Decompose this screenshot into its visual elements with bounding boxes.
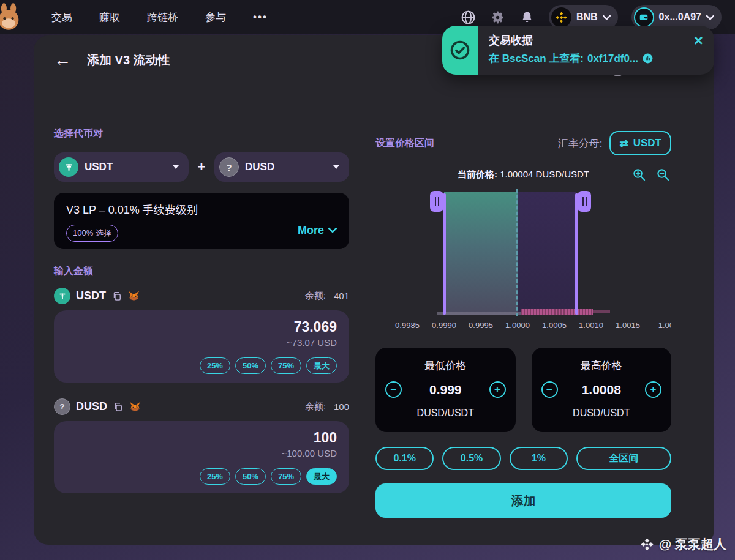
usdt-amount-input[interactable]: 73.069 ~73.07 USD 25% 50% 75% 最大 — [54, 310, 349, 383]
balance-value: 100 — [334, 401, 349, 412]
add-liquidity-button[interactable]: 添加 — [375, 483, 671, 518]
balance-label: 余额: — [305, 290, 326, 302]
nav-item-participate[interactable]: 参与 — [205, 10, 226, 24]
header-divider — [34, 108, 714, 108]
price-range-column: 设置价格区间 汇率分母: ⇄ USDT 当前价格: 1.00004 DUSD/U… — [375, 127, 671, 518]
nav-more-menu[interactable]: ••• — [253, 11, 268, 23]
back-button[interactable]: ← — [54, 51, 71, 69]
transaction-toast: 交易收据 在 BscScan 上查看: 0xf17df0... × — [442, 26, 714, 75]
dusd-amount-input[interactable]: 100 ~100.00 USD 25% 50% 75% 最大 — [54, 421, 349, 493]
current-price-label: 当前价格: — [458, 169, 497, 179]
balance-label: 余额: — [305, 401, 326, 413]
metamask-icon[interactable] — [129, 401, 141, 413]
tx-hash: 0xf17df0... — [587, 53, 638, 65]
zoom-in-icon[interactable] — [632, 168, 646, 182]
watermark-text: @ 泵泵超人 — [659, 536, 726, 553]
min-range-handle-bar[interactable] — [443, 193, 446, 315]
dusd-token-icon: ? — [54, 398, 70, 415]
increase-min-button[interactable]: + — [489, 381, 506, 398]
max-range-handle-knob[interactable] — [578, 191, 591, 212]
fee-share-pill: 100% 选择 — [66, 225, 118, 242]
min-range-handle-knob[interactable] — [430, 191, 443, 212]
max-price-pair: DUSD/USDT — [541, 408, 662, 419]
max-range-handle-bar[interactable] — [575, 193, 578, 315]
current-price-row: 当前价格: 1.00004 DUSD/USDT — [375, 169, 671, 184]
selected-range-above-price — [518, 192, 576, 315]
amount-value[interactable]: 100 — [314, 430, 337, 446]
min-price-value[interactable]: 0.999 — [429, 383, 462, 397]
min-max-price-row: 最低价格 − 0.999 + DUSD/USDT 最高价格 − 1.0008 +… — [375, 348, 671, 432]
usdt-token-icon — [54, 288, 70, 304]
dropdown-arrow-icon — [333, 165, 339, 169]
percent-75-button[interactable]: 75% — [271, 468, 301, 485]
axis-tick: 0.9990 — [432, 321, 456, 330]
min-price-title: 最低价格 — [385, 359, 506, 373]
nav-item-earn[interactable]: 赚取 — [99, 10, 120, 24]
plus-separator: + — [189, 159, 214, 175]
range-0.5pct-button[interactable]: 0.5% — [442, 447, 500, 470]
percent-50-button[interactable]: 50% — [235, 468, 266, 485]
percent-max-button[interactable]: 最大 — [306, 357, 337, 374]
price-range-chart: 0.9985 0.9990 0.9995 1.0000 1.0005 1.001… — [375, 191, 671, 333]
zoom-out-icon[interactable] — [656, 168, 670, 182]
watermark: @ 泵泵超人 — [640, 536, 726, 553]
bnb-chain-icon — [551, 7, 571, 28]
fee-tier-title: V3 LP – 0.01% 手续费级别 — [66, 203, 198, 217]
wallet-address: 0x...0A97 — [659, 12, 701, 23]
toast-close-button[interactable]: × — [694, 33, 703, 48]
deposit-amount-label: 输入金额 — [54, 265, 349, 278]
nav-item-bridge[interactable]: 跨链桥 — [147, 10, 178, 24]
globe-icon[interactable] — [461, 9, 477, 25]
token1-selector[interactable]: ? DUSD — [214, 152, 349, 182]
card-header: ← 添加 V3 流动性 — [54, 51, 170, 69]
percent-25-button[interactable]: 25% — [200, 357, 230, 374]
token1-symbol: DUSD — [245, 161, 327, 173]
max-price-card: 最高价格 − 1.0008 + DUSD/USDT — [532, 348, 672, 432]
min-price-pair: DUSD/USDT — [385, 408, 506, 419]
gear-icon[interactable] — [490, 9, 506, 25]
balance-value: 401 — [334, 291, 349, 301]
axis-tick: 1.0000 — [505, 321, 530, 330]
pancakeswap-logo-icon[interactable] — [0, 2, 22, 32]
range-1pct-button[interactable]: 1% — [510, 447, 568, 470]
denominator-toggle-button[interactable]: ⇄ USDT — [609, 131, 671, 155]
fee-more-button[interactable]: More — [298, 224, 337, 237]
copy-address-icon[interactable] — [111, 291, 123, 302]
percent-pill-row: 25% 50% 75% 最大 — [200, 468, 337, 485]
toast-success-panel — [442, 26, 478, 75]
percent-50-button[interactable]: 50% — [235, 357, 266, 374]
decrease-min-button[interactable]: − — [385, 381, 402, 398]
nav-item-swap[interactable]: 交易 — [51, 10, 72, 24]
increase-max-button[interactable]: + — [645, 381, 662, 398]
current-price-value: 1.00004 DUSD/USDT — [500, 169, 589, 179]
set-price-range-label: 设置价格区间 — [375, 137, 434, 150]
max-price-value[interactable]: 1.0008 — [582, 383, 621, 397]
rate-denominator-label: 汇率分母: — [558, 136, 603, 151]
swap-icon: ⇄ — [619, 137, 628, 150]
decrease-max-button[interactable]: − — [541, 381, 558, 398]
selected-range-below-price — [444, 192, 518, 315]
percent-max-button[interactable]: 最大 — [306, 468, 337, 485]
axis-tick: 0.9985 — [395, 321, 420, 330]
axis-tick: 1.0015 — [616, 321, 640, 330]
toast-title: 交易收据 — [489, 33, 704, 48]
percent-25-button[interactable]: 25% — [200, 468, 230, 485]
percent-75-button[interactable]: 75% — [271, 357, 301, 374]
dropdown-arrow-icon — [173, 165, 179, 169]
amount-value[interactable]: 73.069 — [294, 319, 337, 335]
bell-icon[interactable] — [519, 9, 535, 25]
min-price-card: 最低价格 − 0.999 + DUSD/USDT — [375, 348, 516, 432]
choose-pair-label: 选择代币对 — [54, 127, 349, 140]
usdt-balance-row: USDT 余额: 401 — [54, 288, 349, 304]
metamask-icon[interactable] — [128, 290, 140, 302]
usdt-token-icon — [59, 157, 78, 177]
token0-selector[interactable]: USDT — [54, 152, 189, 182]
chevron-down-icon — [603, 15, 611, 20]
token-pair-selectors: USDT + ? DUSD — [54, 152, 349, 182]
liquidity-bar-pink — [521, 309, 593, 315]
chevron-down-icon — [328, 227, 337, 233]
bscscan-link[interactable]: 在 BscScan 上查看: 0xf17df0... — [489, 51, 704, 65]
range-0.1pct-button[interactable]: 0.1% — [375, 447, 434, 470]
range-full-button[interactable]: 全区间 — [576, 447, 671, 470]
copy-address-icon[interactable] — [113, 401, 124, 413]
